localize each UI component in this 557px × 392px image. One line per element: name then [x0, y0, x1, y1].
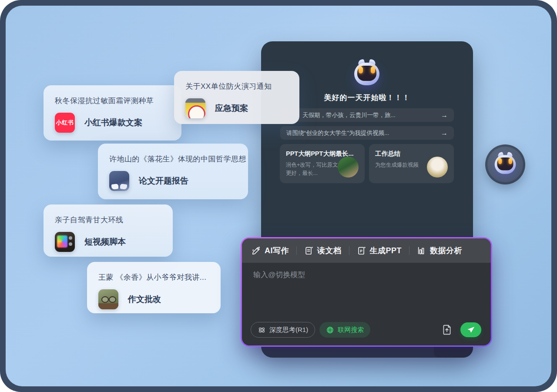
emergency-ship-clock-thumbnail — [185, 98, 205, 118]
usecase-label: 短视频脚本 — [84, 236, 126, 248]
atom-icon — [258, 326, 266, 334]
usecase-title: 亲子自驾青甘大环线 — [55, 215, 161, 225]
tab-read-document[interactable]: 读文档 — [304, 245, 342, 256]
prompt-card-work-summary[interactable]: 工作总结 为您生成爆款视频 — [369, 144, 454, 183]
suggestion-row-2[interactable]: 请围绕“创业的女大学生”为我提供视频... → — [280, 126, 454, 140]
arrow-right-icon[interactable]: → — [441, 111, 448, 119]
robot-mascot-small — [495, 155, 516, 174]
mascot-eye-icon — [498, 158, 502, 164]
composer-tabbar: AI写作 读文档 P — [242, 238, 491, 263]
suggestion-text: 请围绕“创业的女大学生”为我提供视频... — [286, 129, 437, 137]
paper-plane-icon — [466, 325, 475, 334]
divider — [409, 246, 409, 255]
prompt-card-ppt-outline[interactable]: PPT大纲PPT大纲最长... 润色+改写，写比原文更好，最长... — [280, 144, 365, 183]
usecase-title: 许地山的《落花生》体现的中国哲学思想 — [109, 154, 237, 164]
svg-text:P: P — [360, 249, 362, 253]
pencil-sparkle-icon — [252, 246, 261, 255]
open-book-thumbnail — [109, 171, 129, 191]
globe-icon — [326, 326, 334, 334]
mascot-eye-icon — [371, 67, 375, 74]
xiaohongshu-app-icon: 小红书 — [55, 113, 75, 133]
upload-file-icon[interactable] — [441, 324, 453, 335]
usecase-card-emergency-plan[interactable]: 关于XX单位防火演习通知 应急预案 — [174, 71, 299, 124]
composer-panel: AI写作 读文档 P — [241, 237, 492, 347]
prompt-card-desc: 为您生成爆款视频 — [375, 161, 428, 169]
send-button[interactable] — [460, 322, 481, 337]
composer-body: 深度思考(R1) 联网搜索 — [242, 263, 491, 345]
avatar — [338, 157, 359, 178]
mascot-eye-icon — [359, 67, 363, 74]
avatar — [427, 157, 448, 178]
screenshot-stage: 美好的一天开始啦！！！ 天假期，带小孩，云贵川一带，旅... → 请围绕“创业的… — [0, 0, 557, 392]
web-search-toggle[interactable]: 联网搜索 — [319, 322, 370, 338]
usecase-card-thesis-proposal[interactable]: 许地山的《落花生》体现的中国哲学思想 论文开题报告 — [98, 144, 248, 199]
app-background: 美好的一天开始啦！！！ 天假期，带小孩，云贵川一带，旅... → 请围绕“创业的… — [6, 6, 551, 386]
usecase-title: 王蒙 《余香》从小爷爷对我讲... — [98, 272, 209, 282]
deep-think-toggle[interactable]: 深度思考(R1) — [251, 322, 315, 338]
usecase-card-short-video[interactable]: 亲子自驾青甘大环线 短视频脚本 — [44, 204, 173, 257]
tab-data-analysis[interactable]: 数据分析 — [417, 245, 462, 256]
bar-chart-icon — [417, 246, 426, 255]
prompt-card-desc: 润色+改写，写比原文更好，最长... — [286, 161, 339, 178]
read-document-icon — [304, 246, 314, 255]
usecase-label: 论文开题报告 — [139, 175, 188, 187]
mascot-eye-icon — [509, 158, 512, 164]
retro-tv-thumbnail — [55, 232, 75, 252]
arrow-right-icon[interactable]: → — [441, 129, 448, 137]
suggestion-text: 天假期，带小孩，云贵川一带，旅... — [302, 111, 437, 119]
tab-generate-ppt[interactable]: P 生成PPT — [357, 245, 402, 256]
glasses-on-book-thumbnail — [98, 289, 118, 309]
usecase-card-essay-review[interactable]: 王蒙 《余香》从小爷爷对我讲... 作文批改 — [87, 262, 221, 313]
suggestion-row-1[interactable]: 天假期，带小孩，云贵川一带，旅... → — [280, 108, 454, 122]
usecase-label: 小红书爆款文案 — [84, 117, 142, 128]
usecase-title: 秋冬保湿抗过敏面霜评测种草 — [55, 96, 170, 106]
usecase-title: 关于XX单位防火演习通知 — [185, 81, 288, 91]
tab-ai-writing[interactable]: AI写作 — [252, 245, 289, 256]
robot-mascot — [354, 63, 379, 85]
assistant-launcher-button[interactable] — [485, 144, 525, 184]
usecase-label: 作文批改 — [128, 294, 161, 305]
message-input[interactable] — [252, 269, 480, 314]
usecase-label: 应急预案 — [215, 103, 248, 114]
ppt-document-icon: P — [357, 246, 366, 255]
divider — [296, 246, 297, 255]
divider — [349, 246, 349, 255]
usecase-card-xiaohongshu[interactable]: 秋冬保湿抗过敏面霜评测种草 小红书 小红书爆款文案 — [44, 85, 181, 141]
